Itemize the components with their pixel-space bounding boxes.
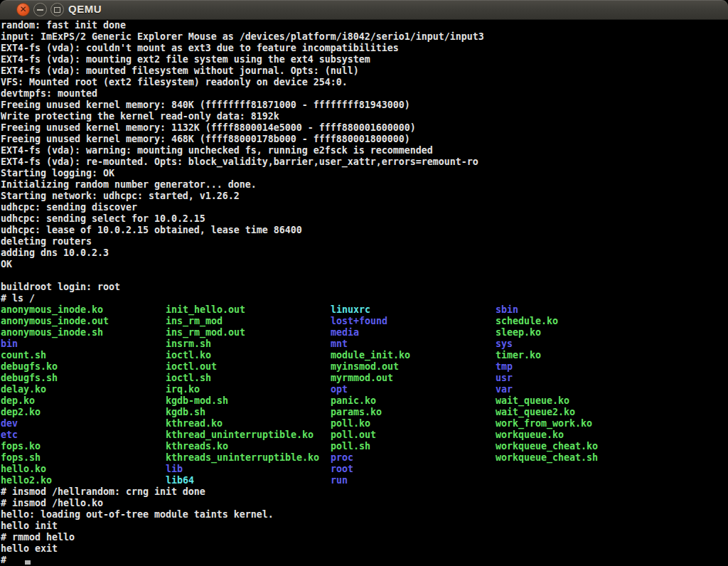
ls-entry: workqueue_cheat.sh bbox=[496, 452, 598, 464]
ls-entry: ioctl.out bbox=[166, 361, 217, 373]
ls-entry: var bbox=[496, 384, 513, 395]
ls-entry: lib64 bbox=[166, 475, 194, 486]
terminal-cursor bbox=[25, 560, 31, 565]
terminal-line: anonymous_inode.shins_rm_mod.outmediasle… bbox=[0, 327, 728, 338]
titlebar[interactable]: ✕ QEMU bbox=[0, 0, 728, 20]
terminal-line: etckthread_uninterruptible.kopoll.outwor… bbox=[0, 429, 728, 441]
ls-entry: ins_rm_mod bbox=[166, 316, 223, 327]
ls-entry: schedule.ko bbox=[496, 316, 558, 327]
terminal-line: dep.kokgdb-mod.shpanic.kowait_queue.ko bbox=[0, 395, 728, 407]
terminal-line: bininsrm.shmntsys bbox=[0, 338, 728, 350]
terminal-line: hello.kolibroot bbox=[0, 464, 728, 475]
ls-entry: kthread_uninterruptible.ko bbox=[166, 429, 314, 441]
terminal-line: EXT4-fs (vda): mounting ext2 file system… bbox=[0, 54, 728, 65]
ls-entry: fops.ko bbox=[1, 441, 41, 452]
ls-entry: debugfs.sh bbox=[1, 373, 58, 384]
terminal-line: # rmmod hello bbox=[0, 532, 728, 543]
ls-entry: dep.ko bbox=[1, 395, 35, 407]
terminal-line: dep2.kokgdb.shparams.kowait_queue2.ko bbox=[0, 407, 728, 418]
terminal-line: devkthread.kopoll.kowork_from_work.ko bbox=[0, 418, 728, 429]
ls-entry: ins_rm_mod.out bbox=[166, 327, 245, 338]
ls-entry: anonymous_inode.sh bbox=[1, 327, 103, 338]
qemu-window: ✕ QEMU random: fast init doneinput: ImEx… bbox=[0, 0, 728, 566]
terminal-line: devtmpfs: mounted bbox=[0, 88, 728, 100]
terminal-line: count.shioctl.komodule_init.kotimer.ko bbox=[0, 350, 728, 361]
maximize-icon bbox=[54, 7, 60, 13]
ls-entry: run bbox=[331, 475, 348, 486]
terminal-line: deleting routers bbox=[0, 236, 728, 247]
terminal-line: buildroot login: root bbox=[0, 282, 728, 293]
minimize-button[interactable] bbox=[33, 3, 47, 16]
terminal-line: # ls / bbox=[0, 293, 728, 304]
close-icon: ✕ bbox=[19, 5, 26, 14]
terminal-line: EXT4-fs (vda): mounted filesystem withou… bbox=[0, 65, 728, 77]
window-title: QEMU bbox=[68, 3, 102, 15]
terminal-line: OK bbox=[0, 259, 728, 270]
terminal-line: udhcpc: sending select for 10.0.2.15 bbox=[0, 213, 728, 225]
ls-entry: sleep.ko bbox=[496, 327, 541, 338]
ls-entry: media bbox=[331, 327, 359, 338]
terminal-line: EXT4-fs (vda): re-mounted. Opts: block_v… bbox=[0, 156, 728, 168]
ls-entry: workqueue_cheat.ko bbox=[496, 441, 598, 452]
ls-entry: sbin bbox=[496, 304, 518, 316]
ls-entry: irq.ko bbox=[166, 384, 200, 395]
terminal-line bbox=[0, 270, 728, 282]
terminal-line: anonymous_inode.outins_rm_modlost+founds… bbox=[0, 316, 728, 327]
terminal-line: EXT4-fs (vda): warning: mounting uncheck… bbox=[0, 145, 728, 156]
terminal-screen[interactable]: random: fast init doneinput: ImExPS/2 Ge… bbox=[0, 20, 728, 566]
ls-entry: anonymous_inode.out bbox=[1, 316, 109, 327]
terminal-line: udhcpc: sending discover bbox=[0, 202, 728, 213]
ls-entry: panic.ko bbox=[331, 395, 376, 407]
ls-entry: fops.sh bbox=[1, 452, 41, 464]
close-button[interactable]: ✕ bbox=[16, 3, 30, 16]
ls-entry: kgdb.sh bbox=[166, 407, 205, 418]
terminal-line: fops.kokthreads.kopoll.shworkqueue_cheat… bbox=[0, 441, 728, 452]
terminal-line: Write protecting the kernel read-only da… bbox=[0, 111, 728, 122]
terminal-line: debugfs.shioctl.shmyrmmod.outusr bbox=[0, 373, 728, 384]
ls-entry: mnt bbox=[331, 338, 348, 350]
ls-entry: work_from_work.ko bbox=[496, 418, 592, 429]
terminal-line: VFS: Mounted root (ext2 filesystem) read… bbox=[0, 77, 728, 88]
terminal-line: Freeing unused kernel memory: 840K (ffff… bbox=[0, 100, 728, 111]
ls-entry: hello2.ko bbox=[1, 475, 52, 486]
ls-entry: kgdb-mod.sh bbox=[166, 395, 228, 407]
terminal-line: debugfs.koioctl.outmyinsmod.outtmp bbox=[0, 361, 728, 373]
ls-entry: tmp bbox=[496, 361, 513, 373]
ls-entry: usr bbox=[496, 373, 513, 384]
ls-entry: ioctl.ko bbox=[166, 350, 211, 361]
terminal-line: hello: loading out-of-tree module taints… bbox=[0, 509, 728, 520]
terminal-line: Freeing unused kernel memory: 468K (ffff… bbox=[0, 134, 728, 145]
ls-entry: wait_queue.ko bbox=[496, 395, 569, 407]
ls-entry: anonymous_inode.ko bbox=[1, 304, 103, 316]
terminal-line: Starting network: udhcpc: started, v1.26… bbox=[0, 191, 728, 202]
terminal-line: Freeing unused kernel memory: 1132K (fff… bbox=[0, 122, 728, 134]
terminal-line: input: ImExPS/2 Generic Explorer Mouse a… bbox=[0, 31, 728, 43]
terminal-line: random: fast init done bbox=[0, 20, 728, 31]
ls-entry: poll.sh bbox=[331, 441, 370, 452]
ls-entry: etc bbox=[1, 429, 18, 441]
minimize-icon bbox=[37, 9, 43, 11]
ls-entry: myrmmod.out bbox=[331, 373, 393, 384]
ls-entry: hello.ko bbox=[1, 464, 46, 475]
terminal-line: Starting logging: OK bbox=[0, 168, 728, 179]
ls-entry: ioctl.sh bbox=[166, 373, 211, 384]
ls-entry: workqueue.ko bbox=[496, 429, 564, 441]
ls-entry: proc bbox=[331, 452, 353, 464]
ls-entry: lost+found bbox=[331, 316, 387, 327]
terminal-line: Initializing random number generator... … bbox=[0, 179, 728, 191]
terminal-line: # insmod /hellrandom: crng init done bbox=[0, 486, 728, 498]
terminal-line: fops.shkthreads_uninterruptible.koprocwo… bbox=[0, 452, 728, 464]
ls-entry: insrm.sh bbox=[166, 338, 211, 350]
ls-entry: kthreads.ko bbox=[166, 441, 228, 452]
ls-entry: delay.ko bbox=[1, 384, 46, 395]
ls-entry: count.sh bbox=[1, 350, 46, 361]
ls-entry: linuxrc bbox=[331, 304, 370, 316]
ls-entry: init_hello.out bbox=[166, 304, 245, 316]
ls-entry: debugfs.ko bbox=[1, 361, 58, 373]
ls-entry: module_init.ko bbox=[331, 350, 410, 361]
ls-entry: kthread.ko bbox=[166, 418, 223, 429]
terminal-line: hello init bbox=[0, 520, 728, 532]
ls-entry: dev bbox=[1, 418, 18, 429]
ls-entry: sys bbox=[496, 338, 513, 350]
maximize-button[interactable] bbox=[50, 3, 64, 16]
